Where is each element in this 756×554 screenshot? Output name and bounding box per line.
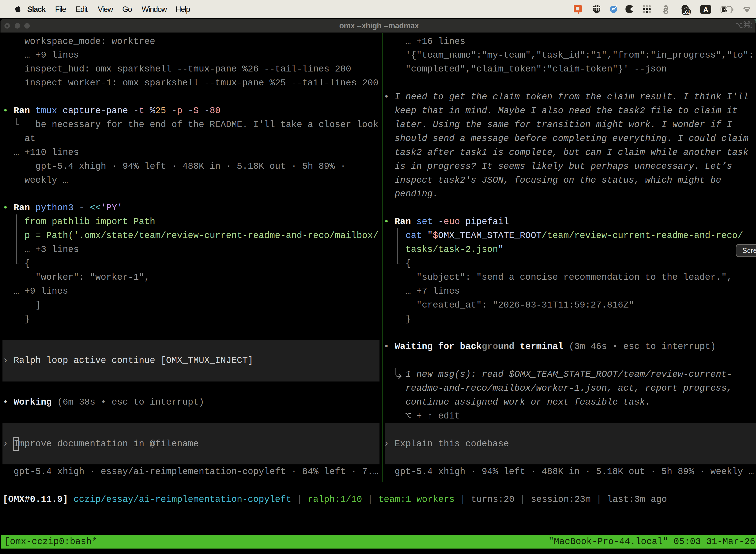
svg-text:1: 1 [750,21,752,29]
svg-text:..61: ..61 [683,9,690,15]
svg-text:A: A [703,6,708,14]
